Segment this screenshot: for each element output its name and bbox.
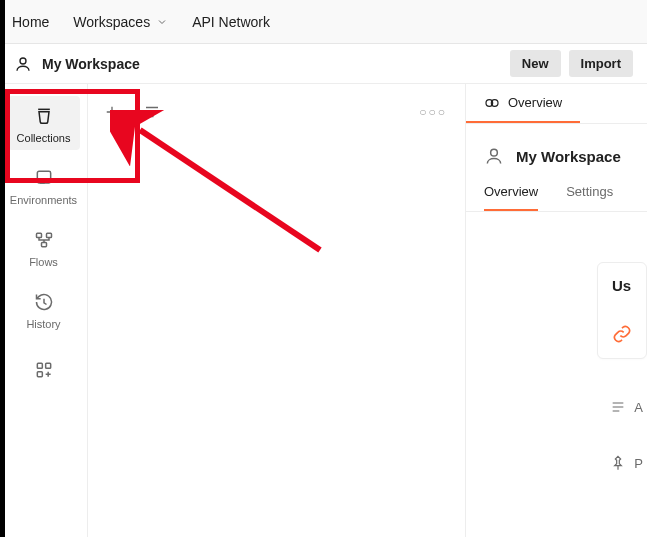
mid-panel: ○○○ <box>88 84 466 537</box>
plus-icon <box>103 103 121 121</box>
import-button[interactable]: Import <box>569 50 633 77</box>
workspace-header: My Workspace New Import <box>0 44 647 84</box>
svg-rect-7 <box>37 372 42 377</box>
svg-rect-4 <box>46 233 51 237</box>
lines-icon <box>610 399 626 415</box>
meta-row-a: A <box>610 399 647 415</box>
left-rail: Collections Environments Flows History <box>0 84 88 537</box>
rail-flows[interactable]: Flows <box>8 220 80 274</box>
filter-icon <box>143 103 161 121</box>
subtab-overview[interactable]: Overview <box>484 184 538 211</box>
subtabs: Overview Settings <box>466 174 647 212</box>
svg-rect-8 <box>45 363 50 368</box>
top-nav: Home Workspaces API Network <box>0 0 647 44</box>
person-icon <box>14 55 32 73</box>
rail-add[interactable] <box>8 350 80 386</box>
meta-row-p: P <box>610 455 647 471</box>
person-icon <box>484 146 504 166</box>
grid-plus-icon <box>34 360 54 380</box>
nav-home[interactable]: Home <box>12 14 49 30</box>
svg-point-11 <box>491 149 498 156</box>
svg-point-0 <box>20 58 26 64</box>
rail-history[interactable]: History <box>8 282 80 336</box>
rail-collections-label: Collections <box>17 132 71 144</box>
add-button[interactable] <box>96 96 128 128</box>
link-icon <box>612 324 632 344</box>
filter-button[interactable] <box>136 96 168 128</box>
more-options[interactable]: ○○○ <box>419 105 457 119</box>
tab-overview-label: Overview <box>508 95 562 110</box>
collections-icon <box>34 106 54 126</box>
workspace-title: My Workspace <box>42 56 140 72</box>
meta-p-label: P <box>634 456 643 471</box>
svg-rect-2 <box>40 180 43 183</box>
nav-api-network[interactable]: API Network <box>192 14 270 30</box>
overview-icon <box>484 95 500 111</box>
rail-environments-label: Environments <box>10 194 77 206</box>
pin-icon <box>610 455 626 471</box>
flows-icon <box>34 230 54 250</box>
nav-workspaces-label: Workspaces <box>73 14 150 30</box>
meta-a-label: A <box>634 400 643 415</box>
history-icon <box>34 292 54 312</box>
rail-history-label: History <box>26 318 60 330</box>
rail-environments[interactable]: Environments <box>8 158 80 212</box>
subtab-settings[interactable]: Settings <box>566 184 613 211</box>
rail-flows-label: Flows <box>29 256 58 268</box>
tab-overview[interactable]: Overview <box>466 84 580 123</box>
svg-rect-3 <box>36 233 41 237</box>
right-panel: Overview My Workspace Overview Settings … <box>466 84 647 537</box>
rail-collections[interactable]: Collections <box>8 96 80 150</box>
svg-rect-5 <box>41 243 46 247</box>
card: Us <box>597 262 647 359</box>
nav-workspaces[interactable]: Workspaces <box>73 14 168 30</box>
chevron-down-icon <box>156 16 168 28</box>
tab-bar: Overview <box>466 84 647 124</box>
environments-icon <box>34 168 54 188</box>
right-workspace-title: My Workspace <box>516 148 621 165</box>
card-title: Us <box>612 277 631 294</box>
svg-rect-6 <box>37 363 42 368</box>
new-button[interactable]: New <box>510 50 561 77</box>
